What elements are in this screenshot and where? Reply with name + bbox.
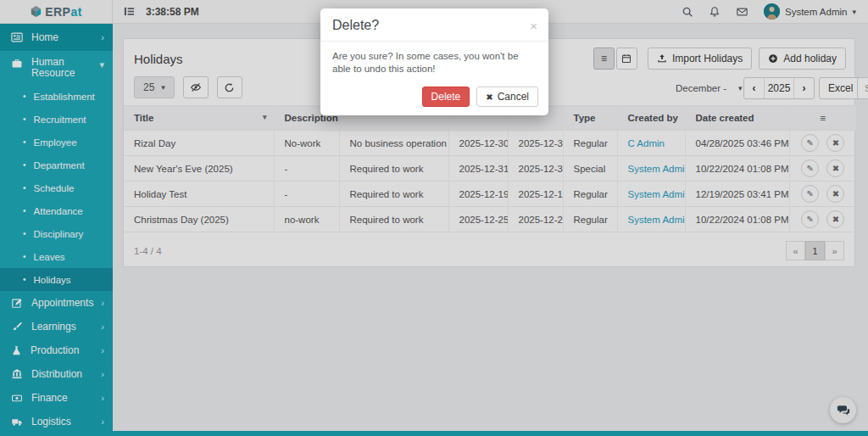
modal-header: Delete? ×: [320, 8, 548, 42]
confirm-delete-button[interactable]: Delete: [422, 87, 470, 107]
x-icon: ✖: [486, 92, 492, 102]
cancel-label: Cancel: [498, 91, 529, 103]
modal-title: Delete?: [332, 18, 379, 33]
cancel-button[interactable]: ✖ Cancel: [476, 87, 538, 107]
delete-confirm-modal: Delete? × Are you sure? In some cases, y…: [320, 8, 548, 115]
close-icon[interactable]: ×: [530, 20, 537, 32]
modal-body-text: Are you sure? In some cases, you won't b…: [320, 42, 548, 75]
app-root: ERPat 3:38:58 PM System Admin: [0, 0, 868, 436]
modal-footer: Delete ✖ Cancel: [422, 87, 538, 107]
